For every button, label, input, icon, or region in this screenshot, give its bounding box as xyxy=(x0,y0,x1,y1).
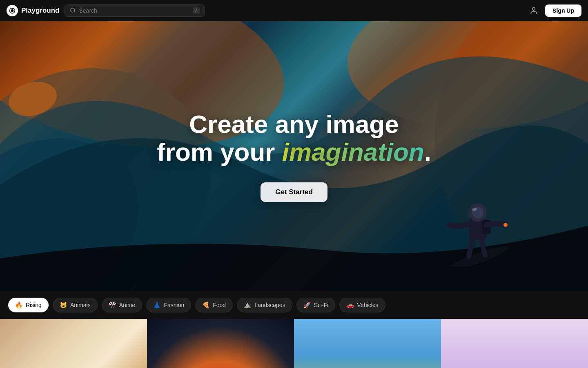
astronaut-figure xyxy=(441,177,514,267)
fashion-icon: 👗 xyxy=(153,301,161,309)
hero-title-line1: Create any image xyxy=(157,110,431,138)
anime-label: Anime xyxy=(119,302,136,308)
anime-icon: 🎌 xyxy=(109,301,116,309)
grid-image xyxy=(0,319,147,368)
grid-item[interactable] xyxy=(441,319,588,368)
vehicles-label: Vehicles xyxy=(357,302,378,308)
logo-icon xyxy=(7,5,18,16)
grid-item[interactable] xyxy=(0,319,147,368)
logo-link[interactable]: Playground xyxy=(7,5,60,16)
user-icon-button[interactable] xyxy=(527,4,540,17)
search-shortcut: / xyxy=(193,7,200,13)
svg-point-11 xyxy=(445,242,510,267)
animals-icon: 🐱 xyxy=(60,301,67,309)
category-animals[interactable]: 🐱Animals xyxy=(53,298,98,312)
svg-point-4 xyxy=(532,7,535,10)
food-label: Food xyxy=(213,302,226,308)
svg-point-3 xyxy=(70,8,74,12)
nav-right: Sign Up xyxy=(527,4,581,17)
logo-text: Playground xyxy=(21,7,60,15)
fashion-label: Fashion xyxy=(164,302,184,308)
category-anime[interactable]: 🎌Anime xyxy=(102,298,143,312)
scifi-icon: 🚀 xyxy=(303,301,311,309)
hero-section: Create any image from your imagination. … xyxy=(0,21,588,291)
navbar: Playground / Sign Up xyxy=(0,0,588,21)
image-grid xyxy=(0,319,588,368)
svg-point-16 xyxy=(503,223,508,227)
search-bar: / xyxy=(65,4,205,17)
categories-bar: 🔥Rising🐱Animals🎌Anime👗Fashion🍕Food⛰️Land… xyxy=(0,291,588,319)
search-input[interactable] xyxy=(79,7,189,14)
hero-title-dot: . xyxy=(424,138,431,166)
grid-image xyxy=(147,319,294,368)
rising-icon: 🔥 xyxy=(15,301,23,309)
scifi-label: Sci-Fi xyxy=(314,302,329,308)
grid-item[interactable] xyxy=(294,319,441,368)
hero-title-prefix: from your xyxy=(157,138,282,166)
category-landscapes[interactable]: ⛰️Landscapes xyxy=(237,298,292,312)
signup-button[interactable]: Sign Up xyxy=(545,4,581,17)
category-food[interactable]: 🍕Food xyxy=(195,298,233,312)
animals-label: Animals xyxy=(70,302,91,308)
grid-image xyxy=(294,319,441,368)
landscapes-icon: ⛰️ xyxy=(244,301,252,309)
landscapes-label: Landscapes xyxy=(254,302,285,308)
search-icon xyxy=(70,7,76,13)
hero-content: Create any image from your imagination. … xyxy=(157,110,431,202)
category-fashion[interactable]: 👗Fashion xyxy=(146,298,191,312)
svg-point-1 xyxy=(11,9,13,11)
vehicles-icon: 🚗 xyxy=(346,301,354,309)
rising-label: Rising xyxy=(26,302,42,308)
hero-title-line2: from your imagination. xyxy=(157,138,431,166)
food-icon: 🍕 xyxy=(202,301,210,309)
grid-image xyxy=(441,319,588,368)
grid-item[interactable] xyxy=(147,319,294,368)
category-rising[interactable]: 🔥Rising xyxy=(8,298,49,312)
category-scifi[interactable]: 🚀Sci-Fi xyxy=(296,298,336,312)
category-vehicles[interactable]: 🚗Vehicles xyxy=(339,298,385,312)
get-started-button[interactable]: Get Started xyxy=(261,182,327,202)
hero-title-italic: imagination xyxy=(282,138,424,166)
